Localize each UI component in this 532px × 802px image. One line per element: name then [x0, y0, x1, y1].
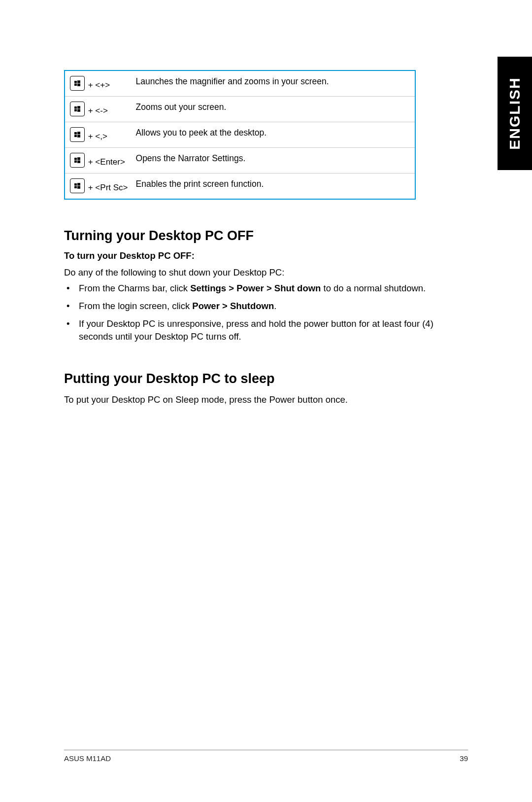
heading-sleep: Putting your Desktop PC to sleep [64, 371, 468, 386]
key-combo: + <Prt Sc> [86, 183, 128, 192]
svg-rect-9 [77, 132, 80, 134]
table-row: + <+> Launches the magnifier and zooms i… [65, 70, 415, 97]
footer-page-number: 39 [460, 754, 468, 763]
list-item: From the Charms bar, click Settings > Po… [79, 282, 468, 295]
shortcut-table: + <+> Launches the magnifier and zooms i… [64, 70, 416, 200]
svg-rect-2 [74, 84, 77, 86]
intro-turn-off: Do any of the following to shut down you… [64, 266, 468, 279]
svg-rect-3 [77, 84, 80, 86]
key-combo: + <Enter> [86, 157, 125, 167]
shortcut-desc: Launches the magnifier and zooms in your… [132, 70, 415, 97]
table-row: + <Enter> Opens the Narrator Settings. [65, 148, 415, 174]
windows-key-icon [70, 102, 85, 116]
list-item: If your Desktop PC is unresponsive, pres… [79, 317, 468, 343]
svg-rect-19 [77, 186, 80, 189]
turn-off-list: From the Charms bar, click Settings > Po… [64, 282, 468, 343]
svg-rect-16 [74, 183, 77, 186]
language-label: ENGLISH [506, 77, 523, 149]
svg-rect-0 [74, 81, 77, 83]
svg-rect-15 [77, 161, 80, 163]
shortcut-desc: Allows you to peek at the desktop. [132, 122, 415, 148]
svg-rect-1 [77, 80, 80, 83]
svg-rect-13 [77, 157, 80, 160]
table-row: + <-> Zooms out your screen. [65, 97, 415, 122]
svg-rect-10 [74, 135, 77, 138]
windows-key-icon [70, 178, 85, 193]
page-content: + <+> Launches the magnifier and zooms i… [0, 0, 532, 406]
shortcut-desc: Enables the print screen function. [132, 174, 415, 200]
footer-model: ASUS M11AD [64, 754, 111, 763]
language-tab: ENGLISH [498, 57, 532, 170]
svg-rect-6 [74, 109, 77, 112]
svg-rect-17 [77, 183, 80, 185]
svg-rect-11 [77, 135, 80, 138]
key-combo: + <-> [86, 106, 108, 115]
svg-rect-18 [74, 186, 77, 189]
heading-turn-off: Turning your Desktop PC OFF [64, 228, 468, 244]
list-item: From the login screen, click Power > Shu… [79, 300, 468, 313]
sleep-body: To put your Desktop PC on Sleep mode, pr… [64, 393, 468, 406]
page-footer: ASUS M11AD 39 [64, 750, 468, 763]
svg-rect-5 [77, 106, 80, 108]
windows-key-icon [70, 127, 85, 142]
subheading-turn-off: To turn your Desktop PC OFF: [64, 250, 468, 261]
shortcut-desc: Opens the Narrator Settings. [132, 148, 415, 174]
key-combo: + <+> [86, 80, 110, 90]
svg-rect-14 [74, 161, 77, 163]
shortcut-desc: Zooms out your screen. [132, 97, 415, 122]
svg-rect-12 [74, 158, 77, 160]
svg-rect-8 [74, 132, 77, 135]
table-row: + <Prt Sc> Enables the print screen func… [65, 174, 415, 200]
table-row: + <,> Allows you to peek at the desktop. [65, 122, 415, 148]
windows-key-icon [70, 76, 85, 91]
svg-rect-7 [77, 109, 80, 112]
key-combo: + <,> [86, 132, 107, 141]
windows-key-icon [70, 153, 85, 168]
svg-rect-4 [74, 106, 77, 109]
